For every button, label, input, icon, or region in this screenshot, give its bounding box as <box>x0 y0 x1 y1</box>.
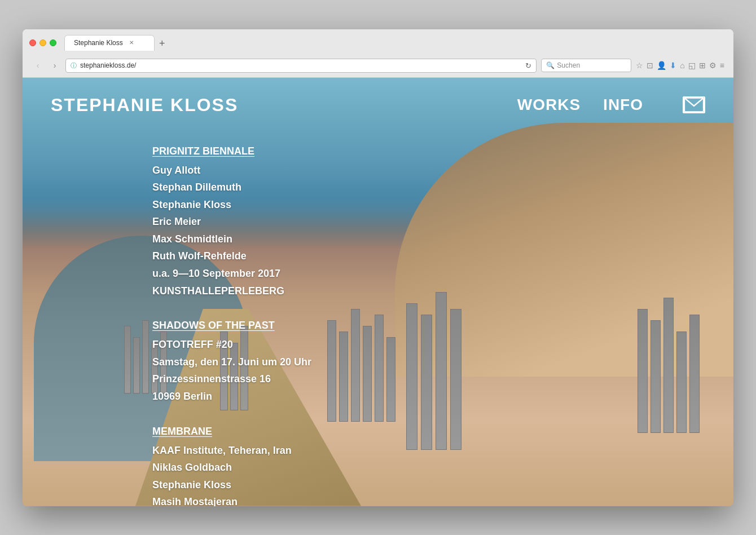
event-date-prignitz: u.a. 9—10 September 2017 <box>152 265 311 282</box>
account-icon[interactable]: 👤 <box>657 61 666 70</box>
building <box>421 315 432 450</box>
artist-stephanie-kloss-2: Stephanie Kloss <box>152 476 311 494</box>
nav-works-link[interactable]: WORKS <box>517 96 581 114</box>
nav-links: WORKS INFO <box>517 96 705 114</box>
close-button[interactable] <box>29 39 36 46</box>
artist-stephan-dillemuth: Stephan Dillemuth <box>152 179 311 196</box>
reader-icon[interactable]: ⊡ <box>647 61 653 70</box>
tab-close-button[interactable]: ✕ <box>128 39 135 47</box>
building <box>351 309 360 422</box>
exhibition-title-shadows[interactable]: SHADOWS OF THE PAST <box>152 320 311 331</box>
search-icon: 🔍 <box>546 61 555 69</box>
artist-niklas-goldbach: Niklas Goldbach <box>152 459 311 476</box>
tab-title: Stephanie Kloss <box>74 39 123 47</box>
building <box>436 292 447 450</box>
nav-info-link[interactable]: INFO <box>603 96 643 114</box>
site-title: STEPHANIE KLOSS <box>51 95 517 116</box>
home-icon[interactable]: ⌂ <box>680 61 684 70</box>
building <box>386 337 395 422</box>
artist-stephanie-kloss-1: Stephanie Kloss <box>152 196 311 214</box>
new-tab-button[interactable]: + <box>155 36 170 51</box>
tab-bar: Stephanie Kloss ✕ + <box>64 35 727 51</box>
browser-tab[interactable]: Stephanie Kloss ✕ <box>64 35 155 51</box>
traffic-lights <box>29 39 56 46</box>
venue-address-shadows: Prinzessinnenstrasse 16 <box>152 370 311 388</box>
artist-eric-meier: Eric Meier <box>152 213 311 231</box>
back-button[interactable]: ‹ <box>32 59 44 72</box>
exhibition-section-prignitz: PRIGNITZ BIENNALE Guy Allott Stephan Dil… <box>152 145 311 300</box>
building <box>142 320 149 393</box>
toolbar-icons: ☆ ⊡ 👤 ⬇ ⌂ ◱ ⊞ ⚙ ≡ <box>636 61 724 70</box>
reload-button[interactable]: ↻ <box>525 61 531 70</box>
event-date-shadows: Samstag, den 17. Juni um 20 Uhr <box>152 353 311 371</box>
artist-ruth-wolf: Ruth Wolf-Rehfelde <box>152 247 311 265</box>
building <box>689 315 700 433</box>
buildings-center <box>327 309 395 422</box>
artist-guy-allott: Guy Allott <box>152 162 311 179</box>
address-bar[interactable]: ⓘ stephaniekloss.de/ ↻ <box>65 59 537 73</box>
building <box>363 326 372 422</box>
browser-window: Stephanie Kloss ✕ + ‹ › ⓘ stephaniekloss… <box>23 29 733 506</box>
email-svg <box>684 97 704 113</box>
artist-masih-mostajeran: Masih Mostajeran <box>152 493 311 506</box>
building <box>638 309 648 433</box>
secure-icon: ⓘ <box>71 61 77 70</box>
event-fototreff: FOTOTREFF #20 <box>152 336 311 353</box>
building <box>133 337 140 393</box>
screenshot-icon[interactable]: ⊞ <box>699 61 706 70</box>
webpage: STEPHANIE KLOSS WORKS INFO PRIGNITZ BIEN… <box>23 78 733 506</box>
search-placeholder: Suchen <box>557 61 580 69</box>
search-bar[interactable]: 🔍 Suchen <box>541 59 631 72</box>
venue-city-shadows: 10969 Berlin <box>152 388 311 405</box>
building <box>650 320 661 433</box>
bookmark-icon[interactable]: ☆ <box>636 61 643 70</box>
building <box>375 315 384 422</box>
download-icon[interactable]: ⬇ <box>670 61 676 70</box>
venue-prignitz: KUNSTHALLEPERLEBERG <box>152 282 311 300</box>
exhibition-section-shadows: SHADOWS OF THE PAST FOTOTREFF #20 Samsta… <box>152 320 311 405</box>
building <box>339 331 348 422</box>
building <box>663 298 674 433</box>
exhibition-title-membrane[interactable]: MEMBRANE <box>152 426 311 437</box>
maximize-button[interactable] <box>50 39 56 46</box>
site-navigation: STEPHANIE KLOSS WORKS INFO <box>23 78 733 132</box>
exhibition-section-membrane: MEMBRANE KAAF Institute, Teheran, Iran N… <box>152 426 311 506</box>
site-content: PRIGNITZ BIENNALE Guy Allott Stephan Dil… <box>152 145 311 506</box>
browser-addressbar: ‹ › ⓘ stephaniekloss.de/ ↻ 🔍 Suchen ☆ ⊡ … <box>29 55 727 77</box>
artist-max-schmidtlein: Max Schmidtlein <box>152 231 311 248</box>
browser-titlebar: Stephanie Kloss ✕ + <box>29 35 727 51</box>
building <box>676 331 687 433</box>
building <box>406 303 417 450</box>
url-text: stephaniekloss.de/ <box>80 61 136 69</box>
building <box>450 309 461 450</box>
exhibition-title-prignitz[interactable]: PRIGNITZ BIENNALE <box>152 145 311 157</box>
venue-membrane: KAAF Institute, Teheran, Iran <box>152 442 311 459</box>
extensions-icon[interactable]: ⚙ <box>709 61 717 70</box>
pocket-icon[interactable]: ◱ <box>688 61 696 70</box>
email-icon[interactable] <box>683 96 705 113</box>
building <box>327 320 336 422</box>
building <box>124 326 131 393</box>
browser-chrome: Stephanie Kloss ✕ + ‹ › ⓘ stephaniekloss… <box>23 29 733 78</box>
buildings-center-bottom <box>406 292 461 450</box>
svg-rect-0 <box>684 98 704 112</box>
minimize-button[interactable] <box>39 39 46 46</box>
menu-icon[interactable]: ≡ <box>720 61 724 70</box>
buildings-right <box>638 298 700 433</box>
forward-button[interactable]: › <box>49 59 61 72</box>
